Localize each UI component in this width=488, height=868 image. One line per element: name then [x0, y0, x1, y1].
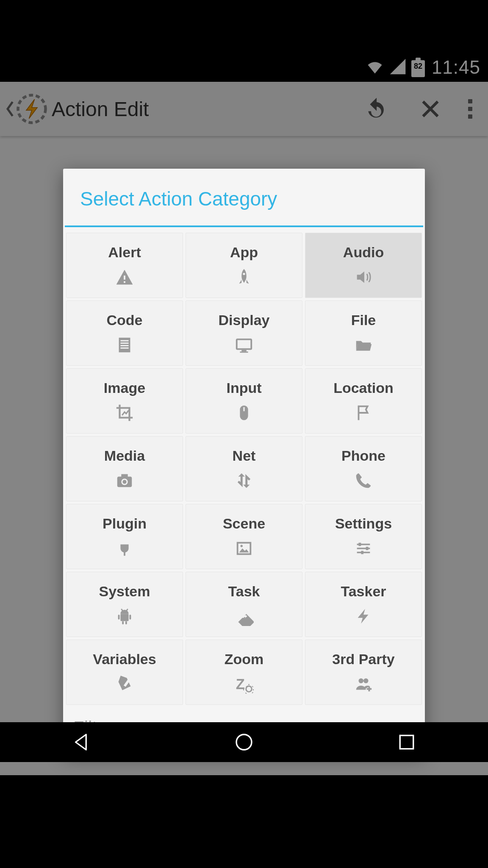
- folder-open-icon: [354, 335, 373, 355]
- category-label: 3rd Party: [332, 651, 394, 668]
- category-image[interactable]: Image: [66, 368, 183, 434]
- zoom-gear-icon: [234, 674, 254, 694]
- category-label: Task: [228, 583, 260, 600]
- lightning-icon: [354, 606, 373, 626]
- category-display[interactable]: Display: [186, 300, 302, 366]
- category-label: Display: [219, 312, 270, 328]
- category-label: Input: [226, 380, 261, 396]
- category-label: Tasker: [341, 583, 386, 600]
- category-label: App: [230, 244, 258, 261]
- category-app[interactable]: App: [186, 233, 302, 298]
- category-code[interactable]: Code: [66, 300, 183, 366]
- plug-icon: [115, 539, 134, 558]
- category-audio[interactable]: Audio: [305, 233, 422, 298]
- category-scene[interactable]: Scene: [186, 504, 302, 569]
- category-alert[interactable]: Alert: [66, 233, 183, 298]
- select-action-category-dialog: Select Action Category AlertAppAudioCode…: [63, 169, 425, 754]
- nav-back-button[interactable]: [64, 725, 98, 759]
- category-label: Media: [104, 448, 145, 464]
- dialog-title: Select Action Category: [63, 169, 425, 225]
- category-label: Code: [107, 312, 143, 328]
- svg-point-1: [236, 734, 252, 750]
- category-label: Variables: [93, 651, 156, 668]
- nav-home-button[interactable]: [227, 725, 261, 759]
- category-media[interactable]: Media: [66, 436, 183, 501]
- category-3rd-party[interactable]: 3rd Party: [305, 640, 422, 705]
- letterbox-bottom: [0, 815, 488, 868]
- category-label: System: [99, 583, 150, 600]
- category-label: Scene: [223, 515, 265, 532]
- category-tasker[interactable]: Tasker: [305, 572, 422, 637]
- android-icon: [115, 606, 134, 626]
- sliders-icon: [354, 539, 373, 558]
- category-label: Location: [333, 380, 394, 396]
- category-net[interactable]: Net: [186, 436, 302, 501]
- letterbox-top: [0, 0, 488, 53]
- category-label: Net: [233, 448, 256, 464]
- category-input[interactable]: Input: [186, 368, 302, 434]
- category-label: Phone: [341, 448, 385, 464]
- flag-icon: [354, 403, 373, 423]
- transfer-arrows-icon: [234, 471, 254, 490]
- category-location[interactable]: Location: [305, 368, 422, 434]
- category-label: Zoom: [225, 651, 264, 668]
- nav-recent-button[interactable]: [390, 725, 424, 759]
- category-task[interactable]: Task: [186, 572, 302, 637]
- category-phone[interactable]: Phone: [305, 436, 422, 501]
- mouse-icon: [234, 403, 254, 423]
- category-label: Audio: [343, 244, 384, 261]
- category-label: Plugin: [103, 515, 147, 532]
- tag-pencil-icon: [115, 674, 134, 694]
- speaker-icon: [354, 267, 373, 287]
- picture-icon: [234, 539, 254, 558]
- navigation-bar: [0, 722, 488, 762]
- document-lines-icon: [115, 335, 134, 355]
- category-variables[interactable]: Variables: [66, 640, 183, 705]
- camera-icon: [115, 471, 134, 490]
- category-label: File: [351, 312, 376, 328]
- category-label: Settings: [335, 515, 392, 532]
- svg-rect-2: [400, 735, 413, 749]
- phone-handset-icon: [354, 471, 373, 490]
- group-add-icon: [354, 674, 373, 694]
- category-label: Alert: [108, 244, 141, 261]
- crop-image-icon: [115, 403, 134, 423]
- category-label: Image: [104, 380, 145, 396]
- category-zoom[interactable]: Zoom: [186, 640, 302, 705]
- rocket-icon: [234, 267, 254, 287]
- category-settings[interactable]: Settings: [305, 504, 422, 569]
- category-plugin[interactable]: Plugin: [66, 504, 183, 569]
- category-grid: AlertAppAudioCodeDisplayFileImageInputLo…: [63, 227, 425, 706]
- category-system[interactable]: System: [66, 572, 183, 637]
- monitor-icon: [234, 335, 254, 355]
- directions-icon: [234, 606, 254, 626]
- alert-triangle-icon: [115, 267, 134, 287]
- category-file[interactable]: File: [305, 300, 422, 366]
